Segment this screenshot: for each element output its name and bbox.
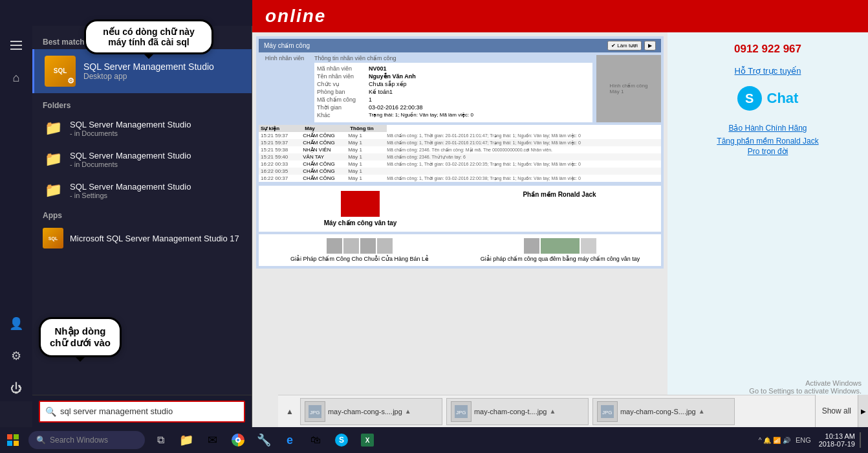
power-menu-icon[interactable]: ⏻ bbox=[3, 375, 29, 401]
chat-label: Chat bbox=[767, 90, 799, 107]
chamcong-panel: Máy chấm công ✔ Làm tươi ▶ Hình nhân viê… bbox=[256, 36, 664, 269]
show-all-label: Show all bbox=[822, 406, 851, 415]
sections-bar: Máy chấm công vân tay Phần mềm Ronald Ja… bbox=[259, 186, 661, 232]
employee-photo-label: Hình nhân viên bbox=[259, 55, 310, 122]
folder-name-1: SQL Server Management Studio bbox=[70, 120, 191, 129]
callout-2-line1: Nhập dòng bbox=[50, 326, 111, 337]
start-menu: ⌂ 👤 ⚙ ⏻ Best match SQL ⚙ SQL Server Mana… bbox=[0, 26, 252, 427]
folder-name-2: SQL Server Management Studio bbox=[70, 151, 191, 160]
app-icon-ssms: SQL bbox=[43, 228, 63, 249]
mail-btn[interactable]: ✉ bbox=[199, 427, 225, 453]
folder-item-2[interactable]: 📁 SQL Server Management Studio - in Docu… bbox=[32, 144, 252, 175]
file-thumb-1: JPG bbox=[305, 401, 325, 422]
taskbar-search-icon: 🔍 bbox=[36, 436, 46, 445]
file-chevron-2: ▲ bbox=[549, 408, 556, 415]
options-btn[interactable]: ▶ bbox=[644, 41, 656, 50]
activate-line1: Activate Windows bbox=[749, 379, 862, 387]
home-menu-icon[interactable]: ⌂ bbox=[3, 65, 29, 91]
apps-item-1[interactable]: SQL Microsoft SQL Server Management Stud… bbox=[32, 223, 252, 254]
folder-location-3: - in Settings bbox=[70, 192, 191, 199]
file-chevron-1: ▲ bbox=[405, 408, 411, 415]
search-box[interactable]: 🔍 bbox=[39, 401, 245, 423]
file-thumb-2: JPG bbox=[451, 401, 472, 422]
software-link1[interactable]: Tăng phần mềm Ronald Jack bbox=[717, 137, 818, 146]
svg-text:JPG: JPG bbox=[310, 410, 320, 415]
chrome-icon bbox=[232, 434, 244, 447]
folder-icon-3: 📁 bbox=[43, 180, 63, 201]
menu-left-bar: ⌂ 👤 ⚙ ⏻ bbox=[0, 26, 32, 401]
mail-icon: ✉ bbox=[208, 433, 217, 447]
scroll-right-btn[interactable]: ▶ bbox=[858, 395, 868, 427]
activate-line2: Go to Settings to activate Windows. bbox=[749, 387, 862, 395]
edge-icon: e bbox=[287, 434, 293, 447]
log-table: Sự kiện Máy Thông tin 15:21 59:37CHẤM CÔ… bbox=[259, 125, 661, 182]
start-button[interactable] bbox=[0, 427, 26, 453]
chamcong-header: Máy chấm công bbox=[264, 42, 310, 49]
system-tray: ^ 🔔 📶 🔊 ENG 10:13 AM 2018-07-19 bbox=[759, 427, 868, 453]
callout-1: nếu có dòng chữ này máy tính đã cài sql bbox=[84, 19, 213, 54]
excel-btn[interactable]: X bbox=[354, 427, 380, 453]
skype-btn[interactable]: S bbox=[329, 427, 354, 453]
callout-2-line2: chữ dưới vào bbox=[50, 337, 111, 349]
file-name-2: may-cham-cong-t....jpg bbox=[474, 408, 547, 415]
apps-label: Apps bbox=[32, 206, 252, 223]
task-view-icon: ⧉ bbox=[157, 434, 164, 446]
search-mag-icon: 🔍 bbox=[45, 406, 56, 417]
tray-icons: ^ 🔔 📶 🔊 bbox=[759, 437, 790, 444]
time-display: 10:13 AM bbox=[819, 432, 855, 440]
taskbar-search[interactable]: 🔍 Search Windows bbox=[28, 431, 145, 449]
windows-logo-icon bbox=[7, 434, 19, 446]
date-display: 2018-07-19 bbox=[819, 440, 855, 448]
file-explorer-btn[interactable]: 📁 bbox=[173, 427, 199, 453]
app-item-name: Microsoft SQL Server Management Studio 1… bbox=[70, 234, 239, 243]
settings-menu-icon[interactable]: ⚙ bbox=[3, 343, 29, 369]
menu-content: Best match SQL ⚙ SQL Server Management S… bbox=[32, 26, 252, 427]
show-desktop-btn[interactable] bbox=[858, 427, 863, 453]
files-bar: ▲ JPG may-cham-cong-s....jpg ▲ JPG may-c… bbox=[278, 395, 832, 427]
store-icon: 🛍 bbox=[310, 434, 321, 446]
chrome-btn[interactable] bbox=[225, 427, 251, 453]
lam-tuoi-btn[interactable]: ✔ Làm tươi bbox=[607, 41, 642, 50]
file-name-1: may-cham-cong-s....jpg bbox=[328, 408, 402, 415]
skype-logo: S bbox=[737, 86, 762, 111]
skype-taskbar-icon: S bbox=[335, 434, 348, 447]
folder-item-1[interactable]: 📁 SQL Server Management Studio - in Docu… bbox=[32, 113, 252, 144]
warranty-link[interactable]: Bảo Hành Chính Hãng bbox=[728, 124, 807, 133]
search-input[interactable] bbox=[60, 406, 228, 416]
file-item-2[interactable]: JPG may-cham-cong-t....jpg ▲ bbox=[446, 398, 589, 425]
folder-location-1: - in Documents bbox=[70, 129, 191, 137]
svg-text:JPG: JPG bbox=[602, 410, 613, 415]
folder-location-2: - in Documents bbox=[70, 160, 191, 168]
phone-number: 0912 922 967 bbox=[734, 43, 801, 56]
show-all-btn[interactable]: Show all bbox=[815, 395, 858, 427]
right-sidebar: 0912 922 967 Hỗ Trợ trực tuyến S Chat Bả… bbox=[667, 32, 868, 427]
svg-text:JPG: JPG bbox=[456, 410, 466, 415]
edge-btn[interactable]: e bbox=[277, 427, 303, 453]
search-box-container: 🔍 bbox=[32, 395, 252, 427]
employee-info: Thông tin nhân viên chấm công Mã nhân vi… bbox=[314, 55, 592, 122]
software-link2[interactable]: Pro trọn đời bbox=[748, 147, 788, 156]
file-item-1[interactable]: JPG may-cham-cong-s....jpg ▲ bbox=[300, 398, 442, 425]
store-btn[interactable]: 🛍 bbox=[303, 427, 329, 453]
svg-rect-0 bbox=[10, 41, 22, 42]
svg-rect-2 bbox=[10, 49, 22, 50]
folders-label: Folders bbox=[32, 96, 252, 113]
file-name-3: may-cham-cong-S....jpg bbox=[620, 408, 696, 415]
folder-icon-1: 📁 bbox=[43, 118, 63, 138]
file-thumb-3: JPG bbox=[597, 401, 618, 422]
clock: 10:13 AM 2018-07-19 bbox=[819, 432, 855, 448]
taskbar-search-placeholder: Search Windows bbox=[50, 436, 108, 445]
file-item-3[interactable]: JPG may-cham-cong-S....jpg ▲ bbox=[592, 398, 735, 425]
sql-ssms-icon: SQL ⚙ bbox=[45, 56, 76, 87]
best-match-type: Desktop app bbox=[83, 72, 214, 81]
another-app-btn[interactable]: 🔧 bbox=[251, 427, 277, 453]
scroll-left-btn[interactable]: ▲ bbox=[283, 407, 296, 416]
person-menu-icon[interactable]: 👤 bbox=[3, 311, 29, 337]
task-view-btn[interactable]: ⧉ bbox=[147, 427, 173, 453]
callout-2: Nhập dòng chữ dưới vào bbox=[39, 317, 122, 357]
support-link[interactable]: Hỗ Trợ trực tuyến bbox=[735, 66, 801, 76]
callout-1-text: nếu có dòng chữ này máy tính đã cài sql bbox=[103, 27, 195, 47]
hamburger-menu-icon[interactable] bbox=[3, 32, 29, 58]
folder-item-3[interactable]: 📁 SQL Server Management Studio - in Sett… bbox=[32, 175, 252, 206]
web-background: online Máy chấm công ✔ Làm tươi ▶ Hình n… bbox=[252, 0, 868, 427]
